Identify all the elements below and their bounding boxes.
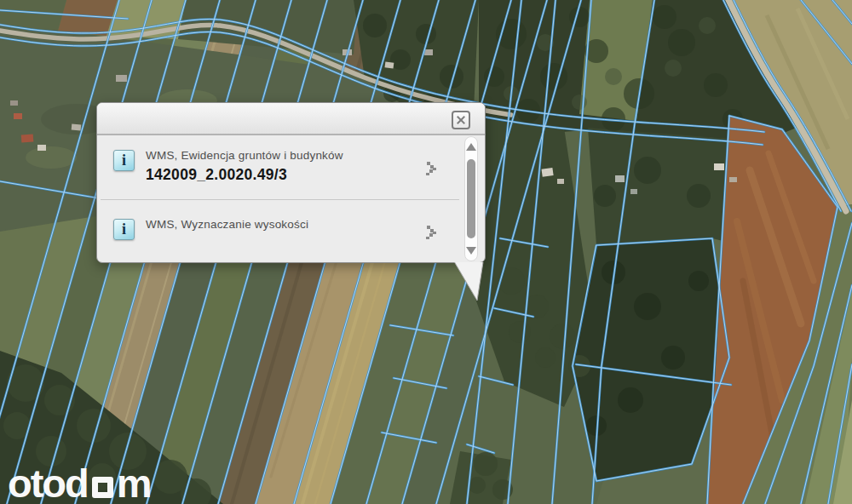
popup-header — [97, 103, 485, 135]
wms-layer-title: WMS, Ewidencja gruntów i budynków — [146, 149, 343, 163]
popup-scrollbar[interactable] — [464, 136, 478, 261]
popup-tail — [454, 262, 484, 301]
parcel-id: 142009_2.0020.49/3 — [146, 166, 343, 184]
info-icon: i — [113, 150, 135, 171]
chevron-right-icon[interactable] — [426, 226, 437, 239]
close-icon[interactable] — [452, 111, 470, 129]
watermark-text-end: m — [117, 468, 151, 500]
chevron-right-icon[interactable] — [426, 162, 437, 175]
square-logo-icon — [92, 477, 113, 498]
scrollbar-thumb[interactable] — [467, 159, 475, 238]
map-application-window: i WMS, Ewidencja gruntów i budynków 1420… — [0, 0, 852, 504]
info-icon: i — [113, 219, 135, 240]
otodom-watermark: otod m — [8, 468, 151, 500]
wms-layer-title: WMS, Wyznaczanie wysokości — [146, 218, 308, 232]
watermark-text-start: otod — [8, 468, 88, 500]
map-info-popup: i WMS, Ewidencja gruntów i budynków 1420… — [96, 102, 486, 263]
scroll-down-icon[interactable] — [466, 247, 476, 255]
scroll-up-icon[interactable] — [466, 143, 476, 151]
